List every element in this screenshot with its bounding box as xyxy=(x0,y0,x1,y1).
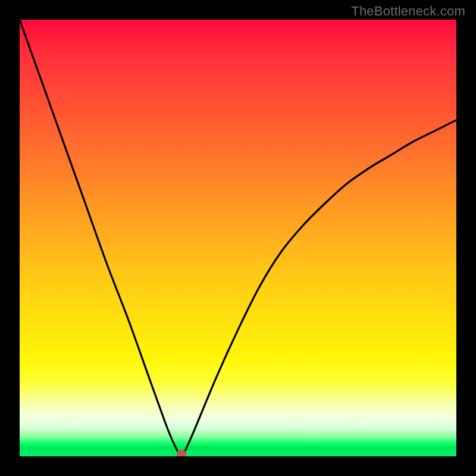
optimum-marker xyxy=(177,450,186,456)
watermark-text: TheBottleneck.com xyxy=(351,4,465,19)
chart-frame: TheBottleneck.com xyxy=(0,0,476,476)
bottleneck-curve xyxy=(20,20,456,456)
plot-area xyxy=(20,20,456,456)
